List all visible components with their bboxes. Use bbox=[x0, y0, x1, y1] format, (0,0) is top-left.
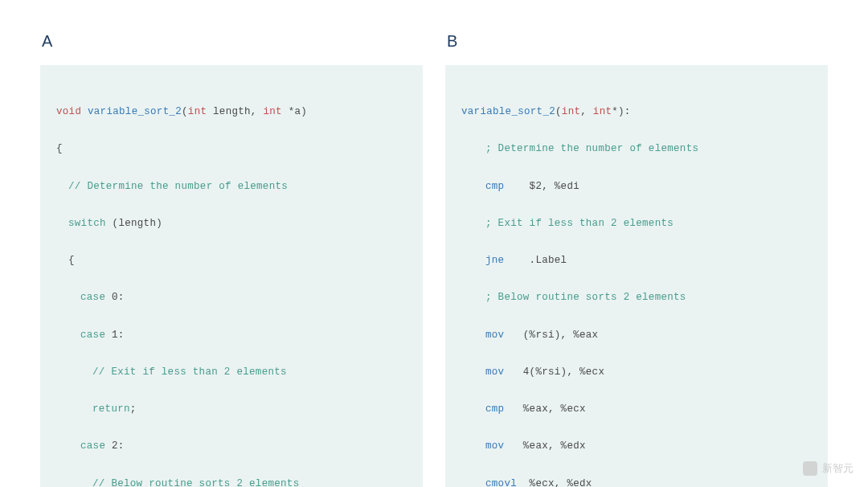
code-block-b: variable_sort_2(int, int*): ; Determine … bbox=[445, 65, 828, 487]
code-line: void variable_sort_2(int length, int *a) bbox=[56, 103, 407, 121]
code-comment: // Determine the number of elements bbox=[56, 178, 407, 196]
code-comment: // Exit if less than 2 elements bbox=[56, 363, 407, 382]
watermark: 新智元 bbox=[803, 461, 854, 476]
code-line: variable_sort_2(int, int*): bbox=[461, 103, 812, 121]
code-line: { bbox=[56, 140, 407, 158]
code-line: switch (length) bbox=[56, 215, 407, 233]
code-comment: // Below routine sorts 2 elements bbox=[56, 475, 407, 487]
code-line: case 0: bbox=[56, 289, 407, 307]
code-line: case 1: bbox=[56, 326, 407, 345]
panel-a: A void variable_sort_2(int length, int *… bbox=[40, 32, 423, 487]
code-line: jne .Label bbox=[461, 252, 812, 270]
panel-b: B variable_sort_2(int, int*): ; Determin… bbox=[445, 32, 828, 487]
code-line: return; bbox=[56, 400, 407, 419]
code-comment: ; Determine the number of elements bbox=[461, 140, 812, 158]
code-line: mov (%rsi), %eax bbox=[461, 326, 812, 345]
code-line: cmp $2, %edi bbox=[461, 178, 812, 196]
code-block-a: void variable_sort_2(int length, int *a)… bbox=[40, 65, 423, 487]
code-line: cmovl %ecx, %edx bbox=[461, 475, 812, 487]
code-line: case 2: bbox=[56, 437, 407, 456]
code-line: mov %eax, %edx bbox=[461, 437, 812, 456]
watermark-icon bbox=[803, 461, 817, 476]
panel-a-label: A bbox=[42, 32, 423, 51]
code-line: cmp %eax, %ecx bbox=[461, 400, 812, 419]
watermark-text: 新智元 bbox=[822, 461, 854, 476]
two-column-layout: A void variable_sort_2(int length, int *… bbox=[0, 0, 868, 487]
panel-b-label: B bbox=[447, 32, 828, 51]
code-line: { bbox=[56, 252, 407, 270]
code-comment: ; Below routine sorts 2 elements bbox=[461, 289, 812, 307]
code-comment: ; Exit if less than 2 elements bbox=[461, 215, 812, 233]
code-line: mov 4(%rsi), %ecx bbox=[461, 363, 812, 382]
